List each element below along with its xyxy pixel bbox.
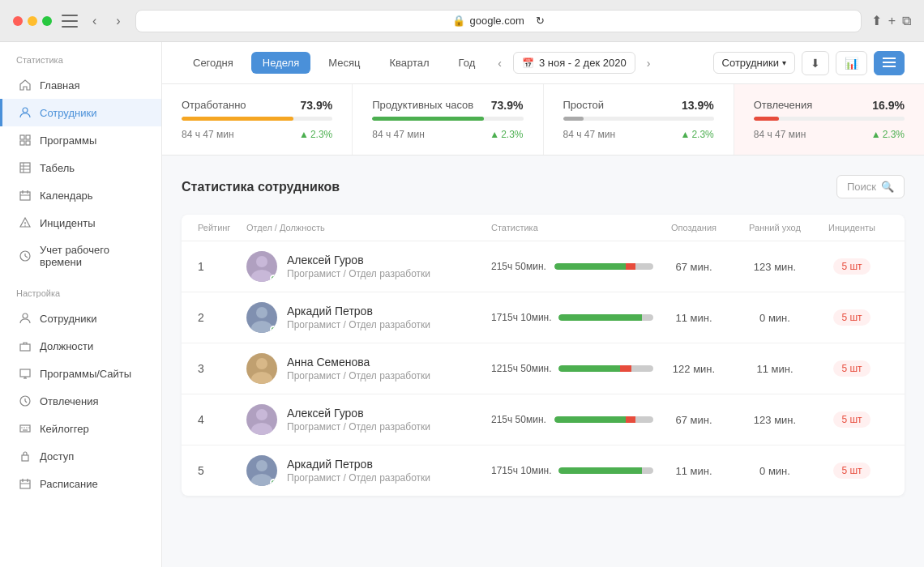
tab-week[interactable]: Неделя: [251, 52, 310, 74]
col-header-late: Опоздания: [653, 223, 734, 232]
chart-button[interactable]: 📊: [836, 51, 867, 75]
tabs-icon[interactable]: ⧉: [902, 14, 911, 28]
back-button[interactable]: ‹: [88, 11, 101, 32]
sidebar-calendar-label: Календарь: [40, 190, 93, 202]
stats-cell: 1715ч 10мин.: [491, 465, 653, 476]
stat-worked-pct: 73.9%: [301, 99, 333, 112]
incident-badge: 5 шт: [833, 463, 870, 479]
svg-rect-32: [22, 455, 28, 461]
svg-rect-1: [20, 135, 24, 139]
sidebar-schedule-label: Расписание: [40, 478, 98, 490]
tab-quarter[interactable]: Квартал: [378, 52, 440, 74]
stat-distractions-pct: 16.9%: [872, 99, 905, 112]
monitor-icon: [19, 367, 32, 380]
table-row[interactable]: 1 Алексей Гуров Програмист / Отдел разра…: [182, 241, 905, 292]
sidebar-distractions-label: Отвлечения: [40, 395, 99, 407]
sidebar-item-tabel[interactable]: Табель: [0, 154, 161, 181]
calendar2-icon: [19, 477, 32, 490]
sidebar-item-main[interactable]: Главная: [0, 71, 161, 99]
reload-icon[interactable]: ↻: [536, 15, 545, 27]
sidebar-item-access[interactable]: Доступ: [0, 442, 161, 470]
sidebar-item-worktime[interactable]: Учет рабочего времени: [0, 237, 161, 275]
search-placeholder: Поиск: [847, 181, 876, 193]
stat-worked-time: 84 ч 47 мин: [182, 129, 234, 140]
stats-cell: 1215ч 50мин.: [491, 363, 653, 374]
employees-table: Рейтинг Отдел / Должность Статистика Опо…: [182, 215, 905, 496]
stats-time: 215ч 50мин.: [491, 414, 548, 425]
share-icon[interactable]: ⬆: [871, 13, 882, 28]
forward-button[interactable]: ›: [111, 11, 125, 32]
incident-badge: 5 шт: [833, 309, 870, 326]
svg-point-49: [251, 474, 272, 486]
online-indicator: [270, 326, 277, 333]
sidebar-programs-sites-label: Программы/Сайты: [40, 368, 131, 380]
date-range-selector[interactable]: 📅 3 ноя - 2 дек 2020: [513, 52, 635, 74]
stat-distractions: Отвлечения 16.9% 84 ч 47 мин ▲ 2.3%: [734, 84, 924, 155]
list-view-button[interactable]: [874, 51, 905, 75]
stats-bar: [558, 365, 653, 372]
minimize-button[interactable]: [28, 16, 37, 26]
table-row[interactable]: 5 Аркадий Петров Програмист / Отдел разр…: [182, 446, 905, 496]
incidents-cell: 5 шт: [815, 309, 888, 326]
stats-bar: [558, 314, 653, 321]
employee-role: Програмист / Отдел разработки: [287, 268, 430, 279]
table-row[interactable]: 4 Алексей Гуров Програмист / Отдел разра…: [182, 394, 905, 446]
lock-icon: [19, 450, 32, 463]
address-bar[interactable]: 🔒 google.com ↻: [135, 10, 862, 32]
next-arrow[interactable]: ›: [642, 53, 656, 73]
table-row[interactable]: 2 Аркадий Петров Програмист / Отдел разр…: [182, 292, 905, 343]
employee-name: Аркадий Петров: [287, 305, 430, 318]
sidebar-item-schedule[interactable]: Расписание: [0, 470, 161, 497]
sidebar-incidents-label: Инциденты: [40, 217, 96, 229]
tab-year[interactable]: Год: [447, 52, 487, 74]
svg-point-41: [251, 270, 272, 282]
late-cell: 67 мин.: [653, 412, 734, 427]
sidebar-tabel-label: Табель: [40, 162, 75, 174]
sidebar-item-distractions[interactable]: Отвлечения: [0, 387, 161, 415]
incident-badge: 5 шт: [833, 411, 870, 428]
avatar: [246, 302, 277, 333]
incidents-cell: 5 шт: [815, 360, 888, 377]
sidebar-toggle[interactable]: [62, 15, 78, 28]
sidebar-item-positions[interactable]: Должности: [0, 332, 161, 360]
stats-time: 1715ч 10мин.: [491, 312, 552, 323]
employee-role: Програмист / Отдел разработки: [287, 319, 430, 330]
rank-number: 4: [198, 413, 246, 426]
sidebar: Статистика Главная Сотрудники Программы …: [0, 42, 162, 567]
maximize-button[interactable]: [42, 16, 52, 26]
prev-arrow[interactable]: ‹: [493, 53, 507, 73]
sidebar-item-keylogger[interactable]: Кейлоггер: [0, 415, 161, 442]
new-tab-icon[interactable]: +: [888, 14, 896, 28]
svg-rect-2: [26, 135, 30, 139]
sidebar-item-programs-sites[interactable]: Программы/Сайты: [0, 360, 161, 387]
sidebar-worktime-label: Учет рабочего времени: [40, 244, 145, 268]
table-icon: [19, 161, 32, 174]
tab-today[interactable]: Сегодня: [182, 52, 245, 74]
settings-section-label: Настройка: [0, 275, 161, 305]
stat-idle-bar-fill: [563, 117, 584, 121]
lock-icon: 🔒: [452, 15, 465, 27]
sidebar-access-label: Доступ: [40, 450, 74, 463]
table-row[interactable]: 3 Анна Семенова Програмист / Отдел разра…: [182, 343, 905, 394]
sidebar-item-calendar[interactable]: Календарь: [0, 181, 161, 209]
download-button[interactable]: ⬇: [802, 51, 829, 75]
stat-idle-title: Простой: [563, 99, 605, 111]
stat-distractions-title: Отвлечения: [754, 99, 813, 111]
sidebar-item-emp-settings[interactable]: Сотрудники: [0, 305, 161, 332]
sidebar-item-employees[interactable]: Сотрудники: [0, 99, 161, 126]
close-button[interactable]: [13, 16, 23, 26]
employees-select[interactable]: Сотрудники ▾: [713, 52, 795, 74]
stats-cell: 215ч 50мин.: [491, 414, 653, 425]
tab-month[interactable]: Месяц: [317, 52, 371, 74]
svg-point-14: [24, 225, 26, 227]
date-range-text: 3 ноя - 2 дек 2020: [539, 57, 627, 69]
stat-worked-change: ▲ 2.3%: [299, 129, 332, 140]
sidebar-item-incidents[interactable]: Инциденты: [0, 209, 161, 237]
sidebar-programs-label: Программы: [40, 134, 96, 147]
svg-line-25: [25, 401, 27, 403]
stats-bar: [558, 467, 653, 474]
sidebar-item-programs[interactable]: Программы: [0, 126, 161, 154]
search-box[interactable]: Поиск 🔍: [836, 175, 905, 198]
svg-rect-4: [26, 141, 30, 145]
svg-line-17: [25, 256, 28, 258]
